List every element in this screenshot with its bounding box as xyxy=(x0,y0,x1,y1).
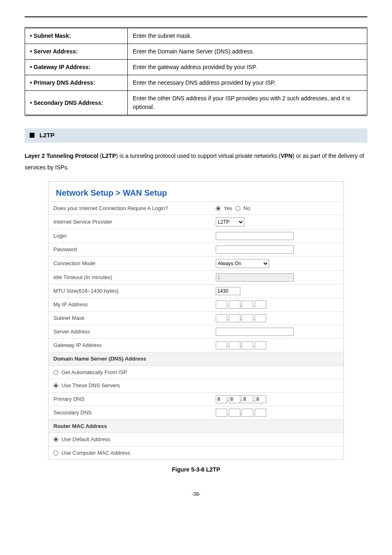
term-vpn: VPN xyxy=(281,153,293,159)
page-rule xyxy=(25,16,367,17)
label-isp: Internet Service Provider xyxy=(48,215,211,229)
input-primary-dns: ... xyxy=(211,392,344,406)
input-password[interactable] xyxy=(216,245,294,254)
ip-octet[interactable] xyxy=(229,301,240,309)
label-gateway-ip: Gateway IP Address: xyxy=(25,60,128,75)
wan-setup-screenshot: Network Setup > WAN Setup Does your Inte… xyxy=(48,181,344,460)
ip-octet[interactable] xyxy=(216,409,227,417)
section-heading-l2tp: L2TP xyxy=(25,128,367,143)
label-require-login: Does your Internet Connection Require A … xyxy=(48,202,211,215)
input-my-ip: ... xyxy=(211,298,344,312)
desc-server-address: Enter the Domain Name Server (DNS) addre… xyxy=(127,44,367,60)
row-computer-mac: Use Computer MAC Address xyxy=(48,446,211,459)
ip-octet[interactable] xyxy=(242,314,253,322)
select-connection-mode[interactable]: Always On xyxy=(216,259,269,268)
square-bullet-icon xyxy=(30,133,35,138)
ip-octet[interactable] xyxy=(216,395,227,403)
ip-octet[interactable] xyxy=(242,301,253,309)
section-dns: Domain Name Server (DNS) Address xyxy=(48,352,344,366)
input-subnet: ... xyxy=(211,312,344,325)
label-idle-timeout: Idle Timeout (In minutes) xyxy=(48,271,211,284)
select-isp[interactable]: L2TP xyxy=(216,217,244,227)
radio-no[interactable] xyxy=(235,206,240,211)
label-login: Login xyxy=(48,229,211,243)
input-login[interactable] xyxy=(216,232,294,240)
desc-primary-dns: Enter the necessary DNS address provided… xyxy=(127,75,367,91)
term-l2tp-full: Layer 2 Tunneling Protocol xyxy=(25,153,98,159)
field-description-table: Subnet Mask: Enter the subnet mask. Serv… xyxy=(25,27,367,116)
section-mac: Router MAC Address xyxy=(48,419,344,433)
label-primary-dns: Primary DNS Address: xyxy=(25,75,128,91)
label-server-address: Server Address: xyxy=(25,44,128,60)
desc-gateway-ip: Enter the gateway address provided by yo… xyxy=(127,60,367,75)
label-subnet-mask: Subnet Mask: xyxy=(25,28,128,44)
ip-octet[interactable] xyxy=(216,341,227,349)
desc-subnet-mask: Enter the subnet mask. xyxy=(127,28,367,44)
desc-secondary-dns: Enter the other DNS address if your ISP … xyxy=(127,91,367,116)
label-subnet: Subnet Mask xyxy=(48,312,211,325)
input-idle-timeout[interactable] xyxy=(216,273,294,282)
ip-octet[interactable] xyxy=(216,301,227,309)
ip-octet[interactable] xyxy=(229,409,240,417)
ip-octet[interactable] xyxy=(255,314,266,322)
radio-use-dns[interactable] xyxy=(53,383,58,388)
ip-octet[interactable] xyxy=(242,341,253,349)
label-server-address-form: Server Address xyxy=(48,325,211,339)
l2tp-intro-paragraph: Layer 2 Tunneling Protocol (L2TP) is a t… xyxy=(25,150,367,173)
radio-group-require-login: Yes No xyxy=(211,202,344,215)
ip-octet[interactable] xyxy=(255,395,266,403)
term-l2tp-abbrev: L2TP xyxy=(102,153,116,159)
ip-octet[interactable] xyxy=(229,314,240,322)
input-server-address[interactable] xyxy=(216,328,294,336)
section-heading-text: L2TP xyxy=(39,132,55,139)
input-mtu[interactable] xyxy=(216,287,240,295)
radio-default-mac[interactable] xyxy=(53,437,58,442)
ip-octet[interactable] xyxy=(229,341,240,349)
ip-octet[interactable] xyxy=(216,314,227,322)
ip-octet[interactable] xyxy=(242,395,253,403)
radio-yes[interactable] xyxy=(216,206,221,211)
ip-octet[interactable] xyxy=(255,341,266,349)
row-use-dns: Use These DNS Servers xyxy=(48,379,344,393)
label-password: Password xyxy=(48,243,211,257)
label-my-ip: My IP Address xyxy=(48,298,211,312)
label-gateway-ip-form: Gateway IP Address xyxy=(48,339,211,352)
row-default-mac: Use Default Address xyxy=(48,433,211,446)
ip-octet[interactable] xyxy=(229,395,240,403)
wan-form: Does your Internet Connection Require A … xyxy=(48,202,344,460)
label-connection-mode: Connection Mode xyxy=(48,257,211,271)
label-secondary-dns: Secondary DNS Address: xyxy=(25,91,128,116)
ip-octet[interactable] xyxy=(242,409,253,417)
radio-computer-mac[interactable] xyxy=(53,451,58,456)
panel-title: Network Setup > WAN Setup xyxy=(51,182,341,202)
label-mtu: MTU Size(616~1430 bytes) xyxy=(48,284,211,298)
ip-octet[interactable] xyxy=(255,409,266,417)
page-number: -39- xyxy=(25,490,367,498)
input-gateway-ip: ... xyxy=(211,339,344,352)
row-auto-isp: Get Automatically From ISP xyxy=(48,365,344,379)
label-primary-dns-form: Primary DNS xyxy=(48,392,211,406)
input-secondary-dns: ... xyxy=(211,406,344,419)
ip-octet[interactable] xyxy=(255,301,266,309)
label-secondary-dns-form: Secondary DNS xyxy=(48,406,211,419)
figure-caption: Figure 5-3-8 L2TP xyxy=(25,465,367,474)
radio-auto-isp[interactable] xyxy=(53,370,58,375)
